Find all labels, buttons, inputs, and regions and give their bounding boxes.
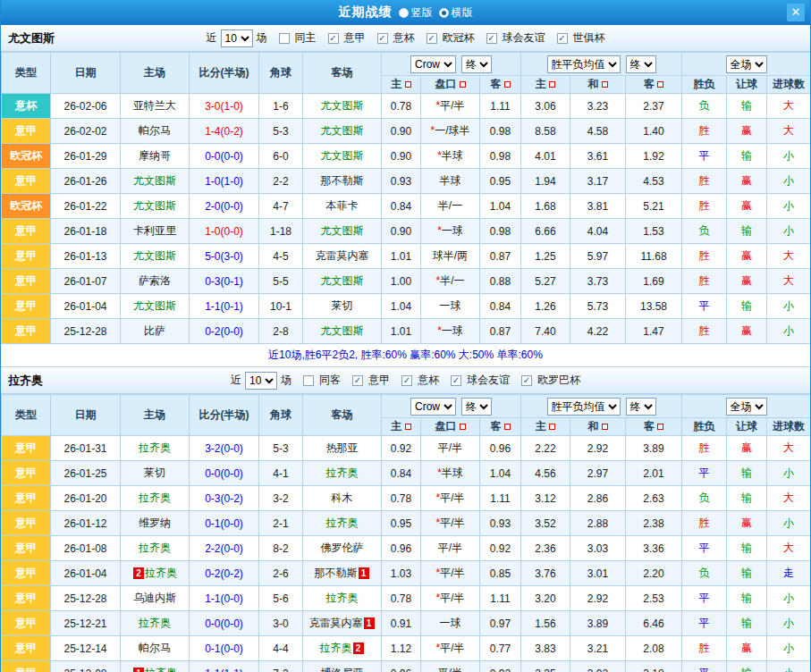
- score-cell: 3-0(1-0): [190, 94, 259, 119]
- avg-stage-select[interactable]: 终: [626, 398, 656, 416]
- match-count-select[interactable]: 10: [245, 372, 277, 390]
- handicap-result-cell: 赢: [727, 511, 767, 536]
- bookmaker-select[interactable]: Crow: [410, 55, 456, 73]
- wdl-result-cell: 胜: [682, 636, 727, 661]
- score-cell: 0-1(0-0): [190, 636, 259, 661]
- home-team-name: 拉齐奥: [145, 667, 177, 672]
- away-odds-cell: 1.11: [480, 94, 521, 119]
- away-avg-cell: 1.47: [626, 319, 682, 344]
- corner-cell: 4-4: [259, 636, 303, 661]
- handicap-text: 半/一: [440, 274, 464, 287]
- avg-stage-select[interactable]: 终: [626, 55, 656, 73]
- col-header: 主场: [121, 395, 190, 436]
- away-team-cell: 尤文图斯: [303, 219, 382, 244]
- wdl-result-cell: 负: [682, 486, 727, 511]
- close-icon[interactable]: ✕: [787, 4, 805, 21]
- layout-radio-vertical[interactable]: 竖版: [399, 5, 433, 21]
- odds-stage-select[interactable]: 终: [461, 55, 492, 73]
- home-team-cell: 拉齐奥: [121, 611, 190, 636]
- away-team-name: 尤文图斯: [321, 149, 364, 162]
- draw-avg-cell: 3.61: [570, 144, 626, 169]
- away-odds-cell: 1.04: [480, 461, 521, 486]
- away-team-name: 本菲卡: [326, 199, 359, 212]
- sort-checkbox-icon[interactable]: [657, 81, 663, 88]
- draw-avg-cell: 3.01: [570, 561, 626, 586]
- handicap-cell: *半/一: [421, 269, 480, 294]
- match-count-select[interactable]: 10: [221, 29, 253, 47]
- draw-avg-cell: 2.86: [570, 486, 626, 511]
- corner-cell: 5-3: [259, 119, 303, 144]
- away-team-cell: 那不勒斯1: [303, 561, 382, 586]
- checkbox-欧冠杯[interactable]: ✓: [427, 33, 437, 44]
- handicap-result-cell: 输: [727, 486, 767, 511]
- home-team-cell: 尤文图斯: [121, 169, 190, 194]
- checkbox-label: 球会友谊: [467, 373, 510, 388]
- layout-radio-horizontal[interactable]: 横版: [439, 5, 473, 21]
- avg-type-select[interactable]: 胜平负均值: [547, 55, 621, 73]
- sort-checkbox-icon[interactable]: [602, 424, 608, 430]
- scope-select[interactable]: 全场: [726, 55, 767, 73]
- home-team-cell: 摩纳哥: [121, 144, 190, 169]
- away-team-cell: 本菲卡: [303, 194, 382, 219]
- checkbox-球会友谊[interactable]: ✓: [451, 375, 461, 386]
- odds-stage-select[interactable]: 终: [461, 398, 492, 416]
- checkbox-label: 球会友谊: [503, 30, 545, 46]
- home-avg-cell: 8.58: [521, 119, 570, 144]
- checkbox-label: 同主: [295, 30, 317, 46]
- sort-checkbox-icon[interactable]: [405, 424, 411, 430]
- away-team-name: 佛罗伦萨: [321, 542, 364, 554]
- sort-checkbox-icon[interactable]: [602, 81, 608, 88]
- filter-controls: 近10场同主✓意甲✓意杯✓欧冠杯✓球会友谊✓世俱杯: [207, 29, 605, 47]
- away-team-name: 尤文图斯: [321, 274, 364, 287]
- away-avg-cell: 3.89: [626, 436, 682, 461]
- away-odds-cell: 0.95: [480, 169, 521, 194]
- sub-col-header: 盘口: [421, 418, 480, 436]
- score-cell: 1-1(0-1): [190, 294, 259, 319]
- away-avg-cell: 3.18: [626, 661, 682, 672]
- home-avg-cell: 7.40: [521, 319, 570, 344]
- sort-checkbox-icon[interactable]: [657, 424, 663, 430]
- sort-checkbox-icon[interactable]: [549, 424, 555, 430]
- scope-select[interactable]: 全场: [726, 398, 767, 416]
- date-cell: 25-12-14: [51, 636, 121, 661]
- avg-type-select[interactable]: 胜平负均值: [547, 398, 621, 416]
- home-avg-cell: 2.22: [521, 436, 570, 461]
- sort-checkbox-icon[interactable]: [504, 424, 511, 430]
- goals-result-cell: 大: [767, 269, 811, 294]
- sort-checkbox-icon[interactable]: [460, 81, 466, 88]
- checkbox-意甲[interactable]: ✓: [328, 33, 339, 44]
- checkbox-欧罗巴杯[interactable]: ✓: [521, 375, 532, 386]
- wdl-result-cell: 平: [682, 144, 727, 169]
- checkbox-意杯[interactable]: ✓: [377, 33, 388, 44]
- home-team-name: 尤文图斯: [133, 299, 176, 312]
- match-type-cell: 欧冠杯: [2, 144, 51, 169]
- checkbox-意杯[interactable]: ✓: [401, 375, 412, 386]
- handicap-text: 一/球半: [435, 124, 469, 137]
- bookmaker-select[interactable]: Crow: [410, 398, 456, 416]
- red-card-badge: 2: [133, 567, 144, 579]
- sub-col-header: 胜负: [682, 76, 727, 94]
- away-odds-cell: 1.11: [480, 586, 521, 611]
- handicap-text: 一球: [440, 299, 461, 312]
- match-type-cell: 意甲: [2, 561, 51, 586]
- handicap-cell: *平/半: [421, 636, 480, 661]
- sort-checkbox-icon[interactable]: [460, 424, 466, 430]
- radio-vertical-label: 竖版: [411, 5, 433, 21]
- date-cell: 26-01-25: [51, 461, 121, 486]
- checkbox-同客[interactable]: [303, 375, 314, 386]
- sub-col-header: 客: [626, 418, 682, 436]
- away-avg-cell: 2.63: [626, 486, 682, 511]
- checkbox-球会友谊[interactable]: ✓: [486, 33, 497, 44]
- handicap-result-cell: 输: [727, 219, 767, 244]
- sort-checkbox-icon[interactable]: [549, 81, 555, 88]
- checkbox-世俱杯[interactable]: ✓: [557, 33, 568, 44]
- goals-result-cell: 小: [767, 144, 811, 169]
- checkbox-label: 意杯: [393, 30, 415, 46]
- sort-checkbox-icon[interactable]: [405, 81, 411, 88]
- home-avg-cell: 3.06: [521, 94, 570, 119]
- checkbox-label: 世俱杯: [573, 30, 605, 46]
- sort-checkbox-icon[interactable]: [504, 81, 511, 88]
- checkbox-意甲[interactable]: ✓: [352, 375, 363, 386]
- handicap-text: 平/半: [438, 667, 462, 672]
- checkbox-同主[interactable]: [279, 33, 290, 44]
